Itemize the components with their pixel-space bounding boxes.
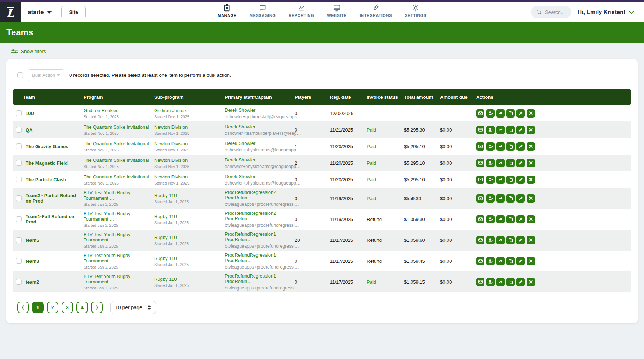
email-button[interactable] (476, 159, 484, 167)
subprogram-link[interactable]: Newton Division (154, 174, 222, 180)
team-name-link[interactable]: Team2 - Partial Refund on Prod (26, 193, 81, 204)
row-checkbox[interactable] (16, 237, 22, 243)
share-button[interactable] (496, 194, 505, 203)
per-page-select[interactable]: 10 per page (110, 301, 156, 314)
row-checkbox[interactable] (16, 216, 22, 222)
copy-button[interactable] (506, 194, 515, 203)
row-checkbox[interactable] (16, 110, 22, 116)
edit-button[interactable] (516, 257, 525, 265)
share-button[interactable] (496, 257, 505, 265)
show-filters-link[interactable]: Show filters (11, 48, 46, 54)
staff-link[interactable]: Derek Showler (225, 157, 292, 163)
add-player-button[interactable] (486, 109, 495, 118)
copy-button[interactable] (506, 142, 515, 151)
staff-link[interactable]: Derek Showler (225, 107, 292, 113)
add-player-button[interactable] (486, 159, 495, 167)
delete-button[interactable] (527, 236, 535, 244)
copy-button[interactable] (506, 176, 515, 184)
copy-button[interactable] (506, 257, 515, 265)
program-link[interactable]: BTV Test Youth Rugby Tournament … (84, 274, 151, 284)
team-name-link[interactable]: The Particle Clash (26, 177, 66, 182)
edit-button[interactable] (516, 194, 525, 203)
page-button-3[interactable]: 3 (62, 302, 73, 313)
program-link[interactable]: BTV Test Youth Rugby Tournament … (84, 211, 151, 222)
delete-button[interactable] (527, 278, 535, 286)
delete-button[interactable] (527, 194, 535, 203)
next-page-button[interactable] (91, 302, 103, 313)
nav-item-integrations[interactable]: INTEGRATIONS (359, 4, 392, 19)
edit-button[interactable] (516, 215, 525, 223)
subprogram-link[interactable]: Newton Division (154, 141, 222, 146)
add-player-button[interactable] (486, 257, 495, 265)
edit-button[interactable] (516, 109, 525, 118)
team-name-link[interactable]: QA (26, 127, 33, 133)
subprogram-link[interactable]: Newton Division (154, 158, 222, 163)
team-name-link[interactable]: The Gravity Games (26, 144, 68, 149)
delete-button[interactable] (527, 176, 535, 184)
subprogram-link[interactable]: Rugby 11U (154, 214, 222, 219)
subprogram-link[interactable]: Rugby 11U (154, 276, 222, 282)
subprogram-link[interactable]: Rugby 11U (154, 235, 222, 240)
email-button[interactable] (476, 142, 484, 151)
team-name-link[interactable]: 10U (26, 111, 34, 116)
delete-button[interactable] (527, 142, 535, 151)
add-player-button[interactable] (486, 194, 495, 203)
user-menu[interactable]: Hi, Emily Kristen! (578, 9, 635, 15)
row-checkbox[interactable] (16, 279, 22, 285)
copy-button[interactable] (506, 126, 515, 134)
edit-button[interactable] (516, 142, 525, 151)
edit-button[interactable] (516, 278, 525, 286)
copy-button[interactable] (506, 278, 515, 286)
delete-button[interactable] (527, 126, 535, 134)
search-input[interactable]: Search... (531, 6, 571, 18)
email-button[interactable] (476, 194, 484, 203)
program-link[interactable]: BTV Test Youth Rugby Tournament … (84, 232, 151, 243)
email-button[interactable] (476, 176, 484, 184)
staff-link[interactable]: Derek Showler (225, 124, 292, 129)
team-name-link[interactable]: The Magnetic Field (26, 160, 68, 166)
nav-item-website[interactable]: WEBSITE (327, 4, 346, 19)
add-player-button[interactable] (486, 278, 495, 286)
copy-button[interactable] (506, 236, 515, 244)
nav-item-messaging[interactable]: MESSAGING (250, 4, 276, 19)
subprogram-link[interactable]: Rugby 11U (154, 256, 222, 261)
delete-button[interactable] (527, 159, 535, 167)
email-button[interactable] (476, 215, 484, 223)
staff-link[interactable]: ProdRefundRegression1 ProdRefun… (225, 273, 292, 284)
team-name-link[interactable]: Team1-Full Refund on Prod (26, 214, 81, 225)
subprogram-link[interactable]: Gridiron Juniors (154, 108, 222, 113)
add-player-button[interactable] (486, 142, 495, 151)
email-button[interactable] (476, 236, 484, 244)
staff-link[interactable]: ProdRefundRegression1 ProdRefun… (225, 252, 292, 263)
team-name-link[interactable]: team2 (26, 279, 39, 285)
delete-button[interactable] (527, 257, 535, 265)
leagueapps-logo[interactable]: L (0, 2, 21, 22)
share-button[interactable] (496, 126, 505, 134)
add-player-button[interactable] (486, 236, 495, 244)
share-button[interactable] (496, 215, 505, 223)
edit-button[interactable] (516, 126, 525, 134)
share-button[interactable] (496, 159, 505, 167)
staff-link[interactable]: ProdRefundRegression2 ProdRefun… (225, 210, 292, 221)
select-all-checkbox[interactable] (17, 72, 23, 78)
program-link[interactable]: The Quantum Spike Invitational (84, 124, 151, 130)
program-link[interactable]: Gridiron Rookies (84, 108, 151, 113)
program-link[interactable]: BTV Test Youth Rugby Tournament … (84, 190, 151, 201)
page-button-4[interactable]: 4 (76, 302, 88, 313)
program-link[interactable]: The Quantum Spike Invitational (84, 141, 151, 146)
copy-button[interactable] (506, 109, 515, 118)
share-button[interactable] (496, 109, 505, 118)
share-button[interactable] (496, 278, 505, 286)
team-name-link[interactable]: team5 (26, 238, 39, 243)
row-checkbox[interactable] (16, 143, 22, 149)
program-link[interactable]: BTV Test Youth Rugby Tournament … (84, 253, 151, 263)
nav-item-manage[interactable]: MANAGE (218, 4, 237, 19)
site-switcher[interactable]: atsite (28, 9, 52, 16)
edit-button[interactable] (516, 236, 525, 244)
copy-button[interactable] (506, 215, 515, 223)
prev-page-button[interactable] (17, 302, 29, 313)
row-checkbox[interactable] (16, 127, 22, 133)
subprogram-link[interactable]: Newton Division (154, 124, 222, 130)
staff-link[interactable]: ProdRefundRegression2 ProdRefun… (225, 190, 292, 200)
email-button[interactable] (476, 126, 484, 134)
